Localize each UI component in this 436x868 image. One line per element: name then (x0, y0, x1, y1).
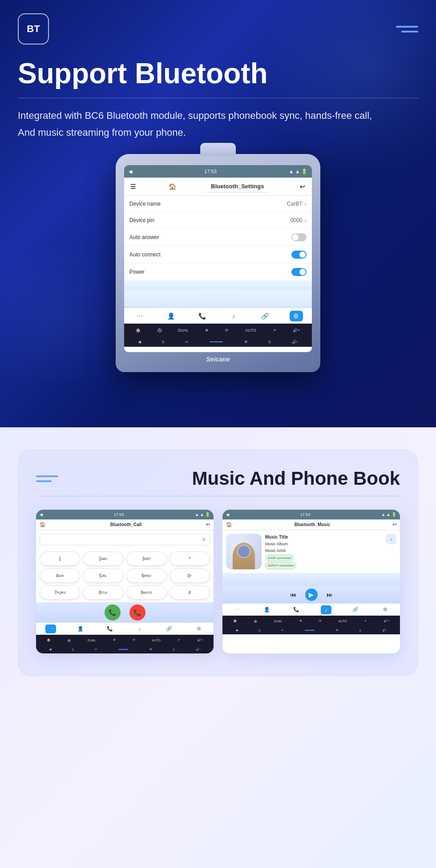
music-icon-small[interactable]: ♪ (134, 625, 145, 633)
page-title: Support Bluetooth (18, 58, 418, 89)
apps-icon-music[interactable]: ⋯ (232, 605, 242, 614)
hero-description: Integrated with BC6 Bluetooth module, su… (18, 107, 418, 141)
num-8[interactable]: 8TUV (83, 585, 123, 600)
link-icon-small[interactable]: 🔗 (164, 625, 174, 633)
phone-icon-small[interactable]: 📞 (105, 625, 115, 633)
link-icon[interactable]: 🔗 (258, 311, 272, 321)
call-nav: 🏠 Bluetooth_Call ↩ (36, 519, 214, 530)
device-handle (200, 143, 236, 156)
music-icon[interactable]: ♪ (227, 311, 240, 321)
num-0plus[interactable]: 0+ (170, 568, 210, 583)
num-2[interactable]: 2ABC (83, 552, 123, 566)
auto-connect-label: Auto connect (129, 251, 161, 258)
bottom-menu-icon[interactable] (36, 475, 58, 482)
bottom-header: Music And Phone Book (36, 468, 400, 489)
settings-list: Device name CarBT › Device pin 0000 › (124, 196, 312, 308)
music-nav: 🏠 Bluetooth_Music ↩ (222, 519, 400, 530)
device-name-row: Device name CarBT › (124, 196, 312, 212)
call-volume-bar: ◀ 0 ↩ ❄ 0 🔊- (36, 645, 214, 653)
music-icon-music[interactable]: ♪ (321, 605, 331, 614)
num-5[interactable]: 5JKL (83, 568, 123, 583)
auto-connect-toggle[interactable] (291, 251, 307, 259)
wave-decoration (124, 281, 312, 308)
prev-btn[interactable]: ⏮ (290, 591, 296, 598)
screen-title: Bluetooth_Settings (206, 180, 268, 193)
phone-icon-music[interactable]: 📞 (291, 605, 302, 614)
screens-row: ◀ 17:53 ▲ ▲ 🔋 🏠 Bluetooth_Call ↩ ✕ 1 2AB… (36, 510, 400, 653)
num-3[interactable]: 3DEF (126, 552, 167, 566)
num-9[interactable]: 9WXYZ (126, 585, 167, 600)
device-pin-label: Device pin (129, 217, 154, 223)
music-screen-card: ◀ 17:53 ▲ ▲ 🔋 🏠 Bluetooth_Music ↩ ♪ (222, 510, 400, 653)
auto-answer-label: Auto answer (129, 234, 159, 240)
person-icon[interactable]: 👤 (164, 311, 178, 321)
hero-section: BT Support Bluetooth Integrated with BC6… (0, 0, 436, 427)
home-icon[interactable]: 🏠 (168, 182, 178, 191)
num-hash[interactable]: # (170, 585, 210, 600)
chevron-icon: › (305, 200, 307, 207)
brand-label: Seicane (206, 352, 230, 366)
status-icons: ▲ ▲ 🔋 (289, 169, 307, 174)
bottom-title: Music And Phone Book (192, 468, 400, 489)
climate-bar: 🏠 ⏻ DUAL ❄ ⟳ AUTO ↗ 🔊+ (124, 324, 312, 337)
screen-nav: ☰ 🏠 Bluetooth_Settings ↩ (124, 178, 312, 196)
music-home-icon[interactable]: 🏠 (226, 522, 232, 527)
call-status-bar: ◀ 17:53 ▲ ▲ 🔋 (36, 510, 214, 519)
hero-divider (18, 98, 418, 98)
call-time: 17:53 (114, 512, 124, 517)
back-icon[interactable]: ↩ (298, 182, 307, 191)
music-content: Music Title Music Album Music Artist A2D… (222, 530, 400, 573)
call-screen-title: Bluetooth_Call (110, 522, 142, 527)
call-input[interactable]: ✕ (40, 534, 210, 545)
music-info: Music Title Music Album Music Artist A2D… (265, 534, 396, 569)
status-bar: ◀ 17:53 ▲ ▲ 🔋 (124, 165, 312, 178)
menu-icon[interactable] (396, 26, 418, 32)
apps-icon-small[interactable]: ⋯ (45, 625, 56, 633)
next-btn[interactable]: ⏭ (327, 591, 333, 598)
settings-icon-small[interactable]: ⚙ (194, 625, 204, 633)
music-back-icon[interactable]: ↩ (392, 522, 396, 527)
call-back-icon[interactable]: ↩ (206, 522, 210, 527)
clear-btn[interactable]: ✕ (202, 536, 206, 543)
num-7[interactable]: 7PQRS (40, 585, 80, 600)
person-icon-music[interactable]: 👤 (262, 605, 272, 614)
call-home-icon[interactable]: 🏠 (40, 522, 46, 527)
call-bottom-nav: ⋯ 👤 📞 ♪ 🔗 ⚙ (36, 622, 214, 635)
hangup-btn[interactable]: 📞 (129, 604, 145, 621)
apps-icon[interactable]: ⋯ (133, 311, 146, 321)
clock: 17:53 (204, 169, 217, 174)
num-star[interactable]: * (170, 552, 210, 566)
screen-bottom-nav: ⋯ 👤 📞 ♪ 🔗 ⚙ (124, 308, 312, 324)
num-1[interactable]: 1 (40, 552, 80, 566)
link-icon-music[interactable]: 🔗 (350, 605, 361, 614)
play-btn[interactable]: ▶ (305, 588, 318, 601)
music-screen-title: Bluetooth_Music (295, 522, 331, 527)
device-pin-row: Device pin 0000 › (124, 212, 312, 229)
settings-icon-music[interactable]: ⚙ (380, 605, 391, 614)
hero-top-bar: BT (18, 13, 418, 45)
auto-answer-row: Auto answer (124, 229, 312, 246)
music-album: Music Album (265, 541, 396, 547)
avrcp-badge: AVRCP connected (265, 562, 296, 569)
back-arrow[interactable]: ◀ (129, 169, 132, 174)
person-icon-small[interactable]: 👤 (75, 625, 86, 633)
num-6[interactable]: 6MNO (126, 568, 167, 583)
music-status-bar: ◀ 17:53 ▲ ▲ 🔋 (222, 510, 400, 519)
call-actions: 📞 📞 (36, 602, 214, 622)
device-pin-value: 0000 (291, 217, 303, 223)
power-label: Power (129, 269, 145, 275)
music-controls: ⏮ ▶ ⏭ (222, 586, 400, 603)
auto-connect-row: Auto connect (124, 246, 312, 264)
bt-logo: BT (18, 13, 49, 45)
bottom-divider (36, 496, 400, 496)
answer-btn[interactable]: 📞 (105, 604, 121, 621)
music-wave (222, 573, 400, 586)
music-note-btn[interactable]: ♪ (386, 534, 396, 544)
power-toggle[interactable] (291, 268, 307, 276)
phone-icon[interactable]: 📞 (196, 311, 209, 321)
settings-icon[interactable]: ⚙ (290, 311, 303, 321)
auto-answer-toggle[interactable] (291, 233, 307, 241)
num-4[interactable]: 4GHI (40, 568, 80, 583)
menu-icon-screen[interactable]: ☰ (129, 182, 138, 191)
device-name-value: CarBT (287, 201, 303, 207)
